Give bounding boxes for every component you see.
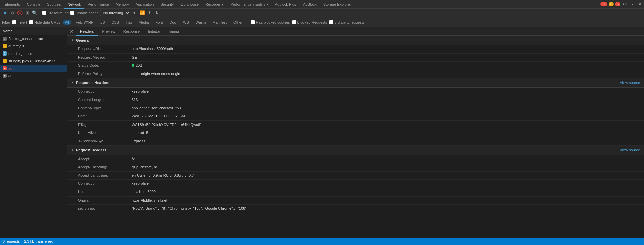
tab-preview[interactable]: Preview bbox=[98, 27, 119, 36]
blocked-requests-label[interactable]: Blocked Requests bbox=[292, 20, 327, 24]
filter-pill-js[interactable]: JS bbox=[98, 20, 107, 25]
more-icon[interactable]: ⋮ bbox=[629, 1, 635, 7]
third-party-requests-label[interactable]: 3rd-party requests bbox=[329, 20, 364, 24]
filter-pill-media[interactable]: Media bbox=[136, 20, 151, 25]
filter-pill-doc[interactable]: Doc bbox=[167, 20, 178, 25]
response-keep-alive-value: timeout=5 bbox=[132, 130, 148, 136]
general-request-url-name: Request URL: bbox=[78, 46, 132, 52]
filter-pill-manifest[interactable]: Manifest bbox=[210, 20, 229, 25]
blocked-requests-checkbox[interactable] bbox=[292, 20, 296, 24]
has-blocked-cookies-checkbox[interactable] bbox=[251, 20, 255, 24]
preserve-log-checkbox[interactable] bbox=[42, 11, 46, 15]
list-item[interactable]: JS stringify.js?b3710955d54b172... bbox=[0, 57, 67, 65]
wifi-icon[interactable]: 📶 bbox=[139, 10, 145, 16]
list-item[interactable]: ■ auth bbox=[0, 72, 67, 79]
tab-headers[interactable]: Headers bbox=[76, 27, 98, 36]
request-host-value: localhost:5000 bbox=[132, 189, 156, 195]
response-connection-name: Connection: bbox=[78, 89, 132, 95]
request-view-source-link[interactable]: View source bbox=[620, 148, 640, 152]
preserve-log-label[interactable]: Preserve log bbox=[42, 11, 69, 15]
tab-performance-insights[interactable]: Performance insights ▾ bbox=[227, 0, 271, 9]
tab-bar-icons: 11 6 6 ⚙ ⋮ ✕ bbox=[600, 1, 643, 7]
third-party-checkbox[interactable] bbox=[329, 20, 333, 24]
request-accept-name: Accept: bbox=[78, 156, 132, 162]
hide-data-urls-checkbox[interactable] bbox=[29, 20, 33, 24]
request-sec-ch-ua-name: sec-ch-ua: bbox=[78, 206, 132, 212]
list-item[interactable]: C result-light.css bbox=[0, 50, 67, 57]
detail-tabs: ✕ Headers Preview Response Initiator Tim… bbox=[67, 27, 644, 36]
general-status-code-name: Status Code: bbox=[78, 63, 132, 69]
stop-button[interactable]: ⊘ bbox=[9, 10, 15, 16]
response-headers-section-header[interactable]: ▼ Response Headers View source bbox=[67, 78, 644, 88]
response-keep-alive-row: Keep-Alive: timeout=5 bbox=[67, 129, 644, 137]
filter-pill-all[interactable]: All bbox=[63, 20, 71, 25]
invert-checkbox-label[interactable]: Invert bbox=[12, 20, 27, 24]
file-icon-1: ? bbox=[3, 37, 7, 41]
tab-timing[interactable]: Timing bbox=[164, 27, 183, 36]
status-bar: 6 requests 2.3 kB transferred bbox=[0, 238, 644, 245]
tab-performance[interactable]: Performance bbox=[84, 0, 112, 9]
request-headers-section-header[interactable]: ▼ Request Headers View source bbox=[67, 146, 644, 155]
tab-response[interactable]: Response bbox=[119, 27, 144, 36]
record-button[interactable]: ⏺ bbox=[2, 10, 8, 16]
request-accept-encoding-row: Accept-Encoding: gzip, deflate, br bbox=[67, 163, 644, 172]
close-devtools-icon[interactable]: ✕ bbox=[637, 1, 643, 7]
tab-elements[interactable]: Elements bbox=[1, 0, 24, 9]
export-icon[interactable]: ⬇ bbox=[154, 10, 160, 16]
tab-application[interactable]: Application bbox=[132, 0, 157, 9]
filter-pill-css[interactable]: CSS bbox=[109, 20, 122, 25]
tab-initiator[interactable]: Initiator bbox=[144, 27, 164, 36]
request-accept-language-name: Accept-Language: bbox=[78, 173, 132, 179]
tab-memory[interactable]: Memory bbox=[112, 0, 132, 9]
response-x-powered-by-value: Express bbox=[132, 138, 145, 144]
request-origin-row: Origin: https://fiddle.jshell.net bbox=[67, 197, 644, 205]
clear-button[interactable]: 🚫 bbox=[17, 10, 23, 16]
tab-sources[interactable]: Sources bbox=[44, 0, 64, 9]
request-accept-encoding-value: gzip, deflate, br bbox=[132, 164, 157, 170]
list-item-auth-active[interactable]: ■ auth bbox=[0, 65, 67, 72]
tab-storage-explorer[interactable]: Storage Explorer bbox=[320, 0, 355, 9]
settings-icon[interactable]: ⚙ bbox=[622, 1, 628, 7]
response-view-source-link[interactable]: View source bbox=[620, 81, 640, 85]
disable-cache-checkbox[interactable] bbox=[70, 11, 74, 15]
import-icon[interactable]: ⬆ bbox=[147, 10, 153, 16]
general-section-header[interactable]: ▼ General bbox=[67, 36, 644, 45]
invert-checkbox[interactable] bbox=[12, 20, 16, 24]
request-host-row: Host: localhost:5000 bbox=[67, 188, 644, 197]
tab-security[interactable]: Security bbox=[157, 0, 177, 9]
disable-cache-label[interactable]: Disable cache bbox=[70, 11, 99, 15]
general-request-url-value: http://localhost:5000/auth bbox=[132, 46, 173, 52]
toolbar-separator-1 bbox=[40, 10, 40, 16]
list-item[interactable]: JS dummy.js bbox=[0, 42, 67, 50]
response-connection-row: Connection: keep-alive bbox=[67, 88, 644, 96]
general-referrer-policy-name: Referrer Policy: bbox=[78, 71, 132, 77]
search-button[interactable]: 🔍 bbox=[32, 10, 38, 16]
filter-pill-img[interactable]: Img bbox=[123, 20, 134, 25]
tab-network[interactable]: Network bbox=[64, 0, 84, 9]
general-request-method-value: GET bbox=[132, 55, 139, 61]
close-detail-button[interactable]: ✕ bbox=[69, 28, 75, 34]
response-etag-name: ETag: bbox=[78, 122, 132, 128]
throttle-chevron-icon[interactable]: ▾ bbox=[132, 10, 138, 16]
response-content-type-row: Content-Type: application/json; charset=… bbox=[67, 104, 644, 113]
tab-adblock[interactable]: AdBlock bbox=[299, 0, 320, 9]
hide-data-urls-checkbox-label[interactable]: Hide data URLs bbox=[29, 20, 61, 24]
filter-pill-font[interactable]: Font bbox=[153, 20, 165, 25]
filter-toggle-button[interactable]: ⊞ bbox=[24, 10, 30, 16]
has-blocked-cookies-label[interactable]: Has blocked cookies bbox=[251, 20, 290, 24]
tab-console[interactable]: Console bbox=[24, 0, 44, 9]
list-item[interactable]: ? ?editor_console=true bbox=[0, 35, 67, 42]
request-accept-language-value: en-US,en;q=0.9,ru-RU;q=0.8,ru;q=0.7 bbox=[132, 173, 194, 179]
filter-pill-other[interactable]: Other bbox=[231, 20, 245, 25]
general-status-code-value: 202 bbox=[132, 63, 142, 69]
filter-pill-wasm[interactable]: Wasm bbox=[193, 20, 208, 25]
response-triangle-icon: ▼ bbox=[71, 81, 74, 84]
tab-adblock-plus[interactable]: Adblock Plus bbox=[272, 0, 300, 9]
filter-pill-fetch-xhr[interactable]: Fetch/XHR bbox=[73, 20, 96, 25]
throttle-select[interactable]: No throttling bbox=[100, 10, 130, 16]
filter-label: Filter bbox=[2, 20, 10, 24]
tab-lighthouse[interactable]: Lighthouse bbox=[177, 0, 202, 9]
filter-pill-ws[interactable]: WS bbox=[180, 20, 191, 25]
response-date-row: Date: Wed, 28 Dec 2022 17:36:07 GMT bbox=[67, 112, 644, 121]
tab-recorder[interactable]: Recorder ▾ bbox=[202, 0, 227, 9]
